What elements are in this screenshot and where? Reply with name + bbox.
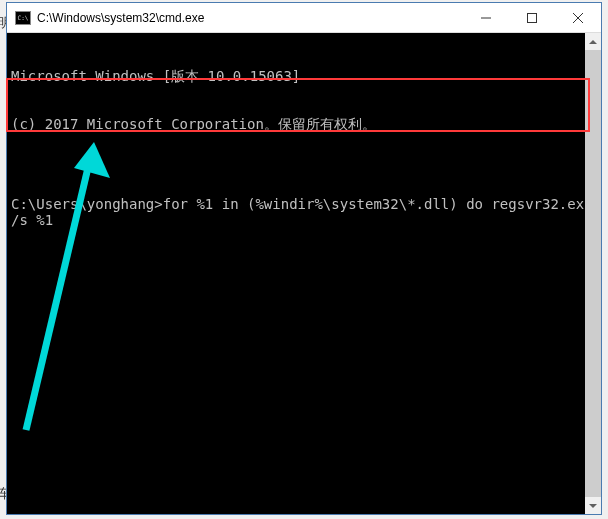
close-button[interactable] xyxy=(555,3,601,32)
scroll-up-button[interactable] xyxy=(585,33,601,50)
minimize-button[interactable] xyxy=(463,3,509,32)
terminal-banner-line2: (c) 2017 Microsoft Corporation。保留所有权利。 xyxy=(11,116,597,132)
maximize-button[interactable] xyxy=(509,3,555,32)
scroll-down-button[interactable] xyxy=(585,497,601,514)
scroll-thumb[interactable] xyxy=(585,50,601,497)
window-title: C:\Windows\system32\cmd.exe xyxy=(37,11,463,25)
terminal-command: C:\Users\yonghang>for %1 in (%windir%\sy… xyxy=(11,196,597,228)
scroll-track[interactable] xyxy=(585,50,601,497)
window-controls xyxy=(463,3,601,32)
cmd-icon xyxy=(15,11,31,25)
titlebar[interactable]: C:\Windows\system32\cmd.exe xyxy=(7,3,601,33)
svg-marker-4 xyxy=(589,40,597,44)
svg-marker-5 xyxy=(589,504,597,508)
terminal-banner-line1: Microsoft Windows [版本 10.0.15063] xyxy=(11,68,597,84)
vertical-scrollbar[interactable] xyxy=(585,33,601,514)
terminal-area[interactable]: Microsoft Windows [版本 10.0.15063] (c) 20… xyxy=(7,33,601,514)
cmd-window: C:\Windows\system32\cmd.exe Microsoft Wi… xyxy=(6,2,602,515)
svg-rect-1 xyxy=(528,13,537,22)
